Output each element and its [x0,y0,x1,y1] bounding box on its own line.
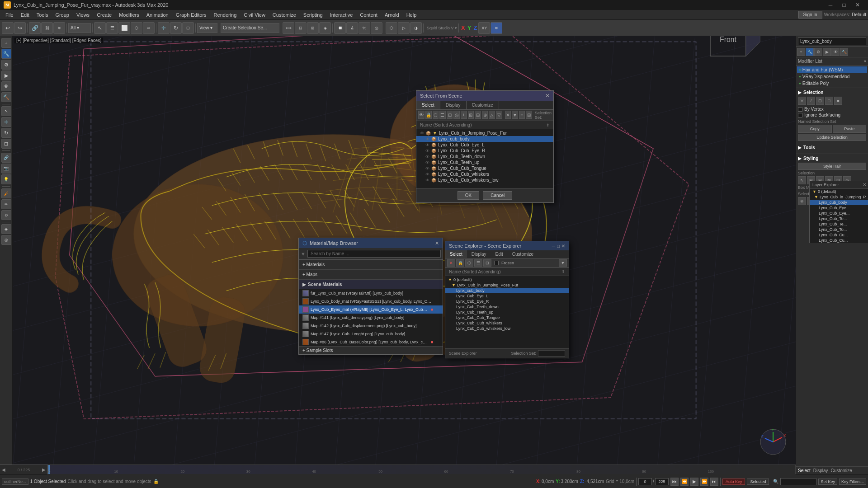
tree-item-whiskers[interactable]: 👁📦 Lynx_Cub_Cub_whiskers [416,171,553,177]
scale-tool-btn[interactable]: ⊡ [1,139,11,149]
key-filters-btn[interactable]: Key Filters... [839,479,866,485]
sd-btn-9[interactable]: ⊟ [475,111,481,119]
se-item-teeth-up[interactable]: Lynx_Cub_Teeth_up [445,310,569,315]
place-highlight-button[interactable]: ◈ [319,22,331,34]
se-tab-display[interactable]: Display [467,250,491,258]
se-frozen-check[interactable] [494,261,499,265]
select-lock-icon[interactable]: 🔒 [153,479,159,484]
modifier-vray-disp[interactable]: ● VRayDisplacementMod [797,73,867,80]
display-icon[interactable]: 👁 [831,48,840,56]
tree-item-eye-r[interactable]: 👁📦 Lynx_Cub_Cub_Eye_R [416,148,553,154]
auto-key-btn[interactable]: Auto Key [722,479,745,485]
snap-toggle[interactable]: 🔲 [334,22,346,34]
select-scale-button[interactable]: ⊡ [182,22,194,34]
motion-icon[interactable]: ▶ [823,48,831,56]
mat-editor-btn[interactable]: ◈ [1,224,11,234]
xy-plane-button[interactable]: XY [478,22,490,34]
se-btn-2[interactable]: ⬡ [465,259,473,267]
sd-close-x[interactable]: ✕ [505,111,511,119]
select-dialog-cancel[interactable]: Cancel [483,191,512,200]
menu-graph-editors[interactable]: Graph Editors [172,10,210,20]
se-close-x[interactable]: ✕ [447,259,455,267]
sel-btn-1[interactable]: ↖ [798,176,806,184]
select-tab[interactable]: Select [798,468,811,473]
by-vertex-checkbox[interactable] [798,107,802,112]
tree-item-body[interactable]: 👁📦 Lynx_cub_body [416,136,553,142]
mat-item-map141[interactable]: Map #141 (Lynx_cub_density.png) [Lynx_cu… [299,314,443,322]
select-dialog-ok[interactable]: OK [458,191,479,200]
customize-tab[interactable]: Customize [831,468,852,473]
rotate-tool-btn[interactable]: ↻ [1,128,11,138]
layer-close-btn[interactable]: ✕ [863,182,866,187]
se-minimize[interactable]: ─ [552,244,555,249]
next-frame-btn[interactable]: ⏩ [700,478,708,486]
sd-btn-11[interactable]: △ [489,111,495,119]
sd-btn-7[interactable]: + [461,111,467,119]
select-filter-btn[interactable]: ↖ [1,106,11,116]
se-item-default[interactable]: ▼ 0 (default) [445,277,569,282]
sd-filter-btn[interactable]: ▼ [512,111,518,119]
sd-btn-6[interactable]: ◎ [453,111,460,119]
mat-item-body[interactable]: Lynx_Cub_body_mat (VRayFastSSS2) [Lynx_c… [299,297,443,305]
angle-snap[interactable]: ∡ [346,22,358,34]
paint-btn[interactable]: ✏ [1,199,11,209]
lasso-select-button[interactable]: ∞ [143,22,155,34]
modify-panel-icon[interactable]: 🔧 [806,48,814,56]
hierarchy-panel-btn[interactable]: ⚙ [1,60,11,70]
maps-header[interactable]: + Maps [301,271,441,278]
polygon-mode-btn[interactable]: □ [825,97,833,105]
layer-item-lynx[interactable]: ▼Lynx_Cub_in_Jumping_P... [810,194,868,200]
render-setup[interactable]: ⬡ [386,22,397,34]
tree-item-eye-l[interactable]: 👁📦 Lynx_Cub_Cub_Eye_L [416,142,553,148]
light-btn[interactable]: 💡 [1,174,11,184]
utilities-icon[interactable]: 🔨 [840,48,848,56]
se-tab-edit[interactable]: Edit [491,250,508,258]
close-button[interactable]: ✕ [851,0,864,10]
render-production[interactable]: ▷ [398,22,410,34]
se-item-eye-l[interactable]: Lynx_Cub_Eye_L [445,293,569,299]
menu-content[interactable]: Content [356,10,381,20]
sign-in-button[interactable]: Sign In [798,11,822,19]
modifier-hair-fur[interactable]: ● Hair and Fur (WSM) [797,66,867,73]
util-btn-1[interactable]: ⊕ [798,197,806,205]
se-item-whiskers[interactable]: Lynx_Cub_Cub_whiskers [445,320,569,326]
minimize-button[interactable]: ─ [824,0,837,10]
percent-snap[interactable]: % [359,22,370,34]
copy-button[interactable]: Copy [798,125,832,133]
selected-dropdown[interactable]: Selected [747,479,769,485]
mini-prev[interactable]: ◀ [2,467,5,472]
layer-item-eye1[interactable]: Lynx_Cub_Eye... [810,205,868,211]
menu-tools[interactable]: Tools [33,10,52,20]
menu-views[interactable]: Views [73,10,93,20]
select-move-button[interactable]: ✛ [158,22,170,34]
outliner-button[interactable]: outlinerNe... [2,479,28,485]
sd-btn-2[interactable]: 🔒 [425,111,432,119]
eraser-btn[interactable]: ⊘ [1,210,11,220]
modifier-editable-poly[interactable]: ● Editable Poly [797,80,867,87]
se-item-body[interactable]: Lynx_cub_body [445,288,569,293]
create-panel-icon[interactable]: + [797,48,805,56]
se-item-tongue[interactable]: Lynx_Cub_Cub_Tongue [445,315,569,320]
go-to-end-btn[interactable]: ⏭ [710,478,718,486]
materials-header[interactable]: + Materials [301,261,441,268]
menu-animation[interactable]: Animation [143,10,172,20]
sd-btn-1[interactable]: 👁 [418,111,425,119]
normal-align-button[interactable]: ⊠ [307,22,319,34]
tree-item-teeth-up[interactable]: 👁📦 Lynx_Cub_Teeth_up [416,160,553,165]
brush-tool-btn[interactable]: 🖌 [1,188,11,198]
se-tab-select[interactable]: Select [445,250,467,258]
layer-item-whiskers2[interactable]: Lynx_Cub_Cu... [810,238,868,243]
redo-button[interactable]: ↪ [14,22,26,34]
active-shade[interactable]: ◑ [410,22,422,34]
tree-item-teeth-down[interactable]: 👁📦 Lynx_Cub_Teeth_down [416,154,553,160]
menu-help[interactable]: Help [403,10,420,20]
se-item-whiskers-low[interactable]: Lynx_Cub_Cub_whiskers_low [445,326,569,331]
vertex-mode-btn[interactable]: V [798,97,806,105]
select-by-name-button[interactable]: ☰ [106,22,118,34]
menu-rendering[interactable]: Rendering [210,10,241,20]
menu-interactive[interactable]: Interactive [326,10,357,20]
sd-btn-10[interactable]: ⊕ [482,111,488,119]
select-dialog-close[interactable]: ✕ [545,93,550,99]
menu-modifiers[interactable]: Modifiers [115,10,143,20]
timeline-track[interactable]: 0 10 20 30 40 50 60 70 80 90 100 [48,465,795,474]
